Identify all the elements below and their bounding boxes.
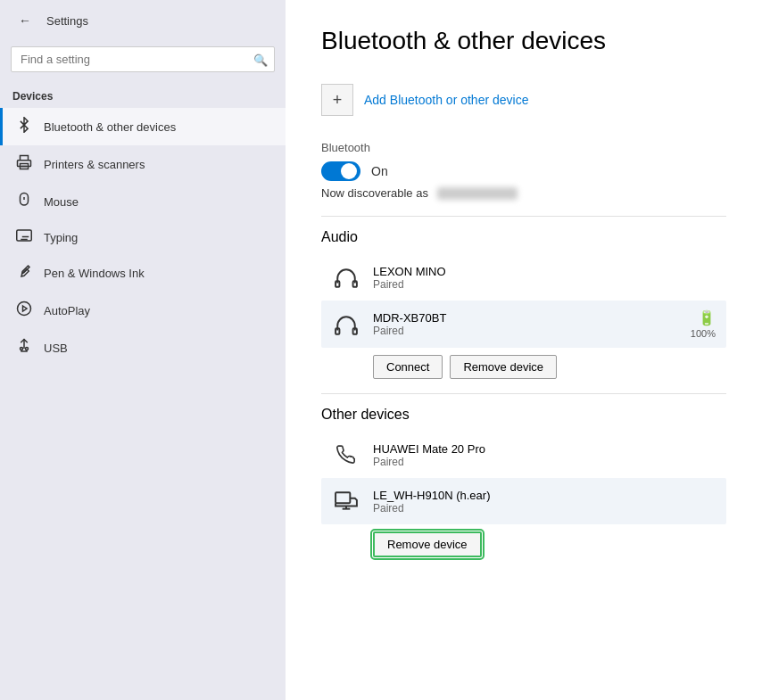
remove-device-button-other[interactable]: Remove device — [373, 531, 482, 557]
lexon-info: LEXON MINO Paired — [373, 265, 716, 291]
settings-title: Settings — [46, 14, 88, 28]
sidebar-pen-label: Pen & Windows Ink — [44, 267, 145, 280]
lexon-name: LEXON MINO — [373, 265, 716, 278]
sidebar-autoplay-label: AutoPlay — [44, 304, 90, 317]
bluetooth-section-label: Bluetooth — [321, 141, 726, 154]
mdr-status: Paired — [373, 325, 678, 337]
sidebar-item-typing[interactable]: Typing — [0, 220, 286, 254]
le-wh-status: Paired — [373, 502, 716, 515]
sidebar-item-autoplay[interactable]: AutoPlay — [0, 292, 286, 329]
search-icon: 🔍 — [253, 53, 268, 66]
remove-device-button-audio[interactable]: Remove device — [450, 355, 557, 379]
discoverable-text: Now discoverable as — [321, 186, 428, 200]
sidebar: ← Settings 🔍 Devices Bluetooth & other d… — [0, 0, 286, 700]
search-input[interactable] — [11, 46, 275, 72]
add-device-button[interactable]: + Add Bluetooth or other device — [321, 77, 726, 123]
headphone-icon — [332, 263, 360, 292]
mdr-name: MDR-XB70BT — [373, 311, 678, 325]
sidebar-header: ← Settings — [0, 0, 286, 41]
sidebar-printers-label: Printers & scanners — [44, 158, 145, 171]
main-content: Bluetooth & other devices + Add Bluetoot… — [286, 0, 762, 700]
svg-marker-14 — [23, 306, 28, 311]
headphone-icon-2 — [332, 310, 360, 339]
svg-point-13 — [18, 302, 31, 316]
svg-point-16 — [26, 348, 29, 350]
printer-icon — [15, 154, 33, 174]
battery-info: 🔋 100% — [691, 309, 716, 339]
phone-icon — [332, 441, 360, 469]
svg-point-15 — [21, 348, 23, 350]
sidebar-item-pen[interactable]: Pen & Windows Ink — [0, 254, 286, 292]
bluetooth-toggle[interactable] — [321, 161, 360, 181]
huawei-name: HUAWEI Mate 20 Pro — [373, 442, 716, 456]
add-device-label: Add Bluetooth or other device — [364, 93, 528, 107]
mdr-info: MDR-XB70BT Paired — [373, 311, 678, 337]
divider-2 — [321, 393, 726, 394]
sidebar-usb-label: USB — [44, 342, 68, 355]
autoplay-icon — [15, 301, 33, 320]
monitor-icon — [332, 487, 360, 515]
discoverable-row: Now discoverable as — [321, 186, 726, 200]
back-button[interactable]: ← — [12, 8, 37, 33]
battery-percentage: 100% — [691, 328, 716, 339]
other-device-le-wh[interactable]: LE_WH-H910N (h.ear) Paired — [321, 478, 726, 524]
connect-button[interactable]: Connect — [373, 355, 443, 379]
huawei-status: Paired — [373, 456, 716, 468]
device-hostname — [437, 187, 518, 200]
sidebar-item-bluetooth[interactable]: Bluetooth & other devices — [0, 108, 286, 145]
pen-icon — [15, 263, 33, 283]
other-section-title: Other devices — [321, 407, 726, 423]
mouse-icon — [15, 192, 33, 211]
devices-section-label: Devices — [0, 83, 286, 108]
other-device-huawei[interactable]: HUAWEI Mate 20 Pro Paired — [321, 432, 726, 478]
bluetooth-toggle-row: On — [321, 161, 726, 181]
le-wh-actions: Remove device — [321, 524, 726, 568]
audio-device-lexon[interactable]: LEXON MINO Paired — [321, 254, 726, 301]
huawei-info: HUAWEI Mate 20 Pro Paired — [373, 442, 716, 468]
audio-section-title: Audio — [321, 229, 726, 245]
sidebar-bluetooth-label: Bluetooth & other devices — [44, 120, 176, 134]
mdr-actions: Connect Remove device — [321, 348, 726, 390]
keyboard-icon — [15, 229, 33, 245]
sidebar-typing-label: Typing — [44, 231, 78, 244]
search-box: 🔍 — [11, 46, 275, 72]
audio-device-mdr[interactable]: MDR-XB70BT Paired 🔋 100% — [321, 301, 726, 348]
le-wh-info: LE_WH-H910N (h.ear) Paired — [373, 489, 716, 515]
lexon-status: Paired — [373, 278, 716, 291]
divider-1 — [321, 216, 726, 217]
bluetooth-icon — [15, 117, 33, 136]
le-wh-name: LE_WH-H910N (h.ear) — [373, 489, 716, 502]
usb-icon — [15, 338, 33, 358]
sidebar-item-mouse[interactable]: Mouse — [0, 183, 286, 220]
sidebar-item-printers[interactable]: Printers & scanners — [0, 145, 286, 183]
sidebar-mouse-label: Mouse — [44, 195, 79, 209]
sidebar-item-usb[interactable]: USB — [0, 329, 286, 366]
page-title: Bluetooth & other devices — [321, 27, 726, 55]
svg-rect-21 — [335, 492, 350, 503]
add-icon: + — [321, 84, 353, 116]
toggle-on-label: On — [371, 164, 388, 178]
battery-icon: 🔋 — [698, 309, 716, 326]
